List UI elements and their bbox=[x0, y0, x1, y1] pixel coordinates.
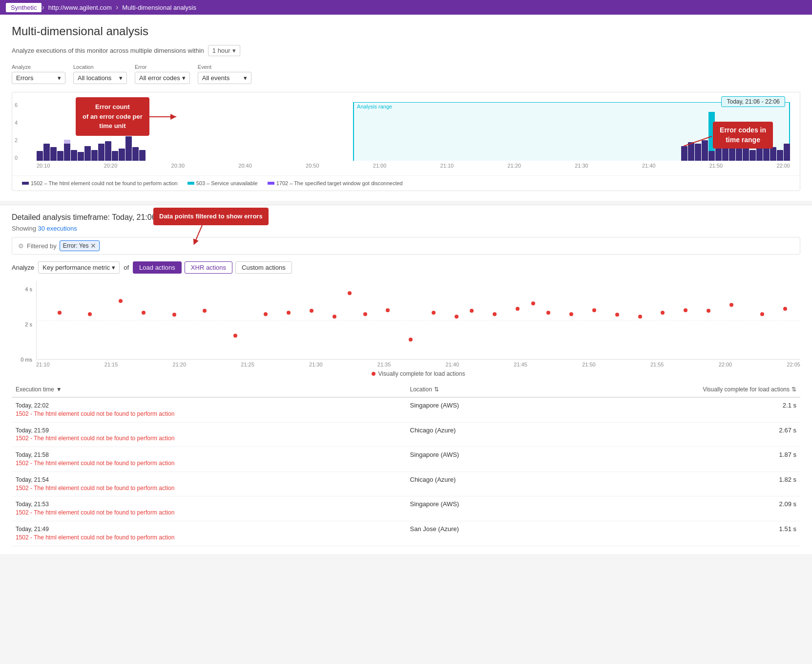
svg-line-1 bbox=[684, 136, 712, 146]
analyze-filter-label: Analyze bbox=[12, 64, 65, 70]
location-filter-group: Location All locations ▾ bbox=[73, 64, 127, 84]
scatter-dot bbox=[531, 301, 535, 305]
cell-value-4: 2.09 s bbox=[603, 500, 800, 517]
scatter-dot bbox=[729, 303, 733, 307]
cell-location-1: Chicago (Azure) bbox=[406, 427, 604, 443]
svg-rect-2 bbox=[22, 182, 29, 185]
tab-xhr-actions[interactable]: XHR actions bbox=[185, 261, 232, 274]
scatter-dot bbox=[707, 309, 710, 313]
cell-value-1: 2.67 s bbox=[603, 427, 800, 443]
error-link-3[interactable]: 1502 - The html element could not be fou… bbox=[16, 484, 402, 493]
svg-line-5 bbox=[195, 225, 202, 242]
sort-icon: ⇅ bbox=[434, 386, 439, 393]
scatter-dot bbox=[363, 312, 367, 316]
scatter-legend-dot bbox=[372, 372, 375, 376]
callout-ec-arrow bbox=[684, 134, 713, 149]
location-filter-select[interactable]: All locations ▾ bbox=[73, 72, 127, 84]
callout-data-filter: Data points filtered to show errors bbox=[153, 208, 269, 225]
error-filter-select[interactable]: All error codes ▾ bbox=[135, 72, 190, 84]
cell-time-0: Today, 22:02 1502 - The html element cou… bbox=[12, 402, 406, 418]
scatter-dot bbox=[409, 338, 413, 342]
filter-tag-error: Error: Yes ✕ bbox=[60, 240, 100, 251]
sort-icon: ▼ bbox=[56, 386, 62, 393]
bar bbox=[43, 144, 50, 161]
scatter-dot bbox=[470, 309, 474, 313]
filter-remove-button[interactable]: ✕ bbox=[90, 242, 96, 250]
col-visually-complete[interactable]: Visually complete for load actions ⇅ bbox=[603, 386, 800, 393]
breadcrumb-synthetic[interactable]: Synthetic bbox=[6, 3, 42, 12]
scatter-dot bbox=[661, 311, 665, 315]
scatter-dot bbox=[638, 315, 642, 319]
xaxis-labels: 20:10 20:20 20:30 20:40 20:50 21:00 21:1… bbox=[37, 163, 790, 169]
bar bbox=[98, 144, 104, 161]
scatter-inner: 4 s 2 s 0 ms bbox=[12, 281, 800, 377]
main-content: Multi-dimensional analysis Analyze execu… bbox=[0, 15, 812, 201]
scatter-plot bbox=[36, 281, 800, 360]
bar bbox=[57, 151, 63, 161]
event-filter-select[interactable]: All events ▾ bbox=[198, 72, 251, 84]
callout-line-3: time unit bbox=[83, 121, 143, 131]
bar-range bbox=[715, 147, 722, 161]
event-filter-label: Event bbox=[198, 64, 251, 70]
cell-time-2: Today, 21:58 1502 - The html element cou… bbox=[12, 451, 406, 468]
filter-icon: ⚙ bbox=[18, 242, 24, 250]
tab-custom-actions[interactable]: Custom actions bbox=[235, 261, 292, 274]
scatter-dot bbox=[516, 307, 520, 311]
legend-icon-1702 bbox=[268, 180, 274, 187]
chevron-down-icon: ▾ bbox=[119, 74, 123, 82]
error-link-0[interactable]: 1502 - The html element could not be fou… bbox=[16, 410, 402, 418]
legend-icon-1502 bbox=[22, 180, 29, 187]
section-separator bbox=[0, 201, 812, 205]
bar bbox=[112, 151, 118, 161]
top-bar-chart: Today, 21:06 - 22:06 Error count of an e… bbox=[12, 92, 800, 191]
table-row: Today, 21:53 1502 - The html element cou… bbox=[12, 496, 800, 521]
cell-time-3: Today, 21:54 1502 - The html element cou… bbox=[12, 476, 406, 493]
callout-line-2: of an error code per bbox=[83, 112, 143, 122]
cell-location-4: Singapore (AWS) bbox=[406, 500, 604, 517]
bar bbox=[84, 146, 91, 161]
cell-location-2: Singapore (AWS) bbox=[406, 451, 604, 468]
scatter-dot bbox=[592, 308, 596, 312]
cell-value-5: 1.51 s bbox=[603, 525, 800, 542]
table-row: Today, 21:49 1502 - The html element cou… bbox=[12, 521, 800, 546]
tab-load-actions[interactable]: Load actions bbox=[133, 261, 182, 274]
analyze-filter-select[interactable]: Errors ▾ bbox=[12, 72, 65, 84]
error-filter-label: Error bbox=[135, 64, 190, 70]
error-link-1[interactable]: 1502 - The html element could not be fou… bbox=[16, 434, 402, 443]
time-window-select[interactable]: 1 hour ▾ bbox=[208, 45, 240, 56]
error-link-2[interactable]: 1502 - The html element could not be fou… bbox=[16, 459, 402, 468]
error-link-4[interactable]: 1502 - The html element could not be fou… bbox=[16, 509, 402, 517]
metric-select[interactable]: Key performance metric ▾ bbox=[38, 261, 120, 274]
legend-1702: 1702 – The specified target window got d… bbox=[268, 180, 403, 187]
scatter-chart-container: 4 s 2 s 0 ms bbox=[12, 281, 800, 377]
cell-value-3: 1.82 s bbox=[603, 476, 800, 493]
analyze-scatter-row: Analyze Key performance metric ▾ of Load… bbox=[12, 261, 800, 274]
bar-range bbox=[736, 149, 742, 161]
breadcrumb-page[interactable]: Multi-dimensional analysis bbox=[118, 4, 200, 11]
callout-ec-line2: time range bbox=[720, 135, 766, 145]
col-location[interactable]: Location ⇅ bbox=[406, 386, 604, 393]
scatter-dot bbox=[142, 311, 146, 315]
legend-1502: 1502 – The html element could not be fou… bbox=[22, 180, 178, 187]
breadcrumb-url[interactable]: http://www.agilent.com bbox=[44, 4, 116, 11]
scatter-dot bbox=[432, 311, 436, 315]
analyze-row: Analyze executions of this monitor acros… bbox=[12, 45, 800, 56]
table-row: Today, 22:02 1502 - The html element cou… bbox=[12, 398, 800, 423]
scatter-dot bbox=[58, 311, 62, 315]
chevron-down-icon: ▾ bbox=[112, 264, 115, 271]
grid-line-mid bbox=[37, 321, 800, 321]
detailed-title: Detailed analysis timeframe: Today, 21:0… bbox=[12, 213, 800, 222]
cell-time-1: Today, 21:59 1502 - The html element cou… bbox=[12, 427, 406, 443]
page-title: Multi-dimensional analysis bbox=[12, 24, 800, 38]
error-link-5[interactable]: 1502 - The html element could not be fou… bbox=[16, 534, 402, 542]
scatter-dot bbox=[615, 313, 619, 317]
cell-location-0: Singapore (AWS) bbox=[406, 402, 604, 418]
col-execution-time[interactable]: Execution time ▼ bbox=[12, 386, 406, 393]
bar-range bbox=[784, 144, 790, 161]
scatter-dot bbox=[455, 315, 458, 319]
legend-503: 503 – Service unavailable bbox=[187, 180, 258, 187]
table-header: Execution time ▼ Location ⇅ Visually com… bbox=[12, 382, 800, 398]
scatter-dot bbox=[348, 291, 352, 295]
callout-ec-line1: Error codes in bbox=[720, 126, 766, 135]
cell-time-4: Today, 21:53 1502 - The html element cou… bbox=[12, 500, 406, 517]
